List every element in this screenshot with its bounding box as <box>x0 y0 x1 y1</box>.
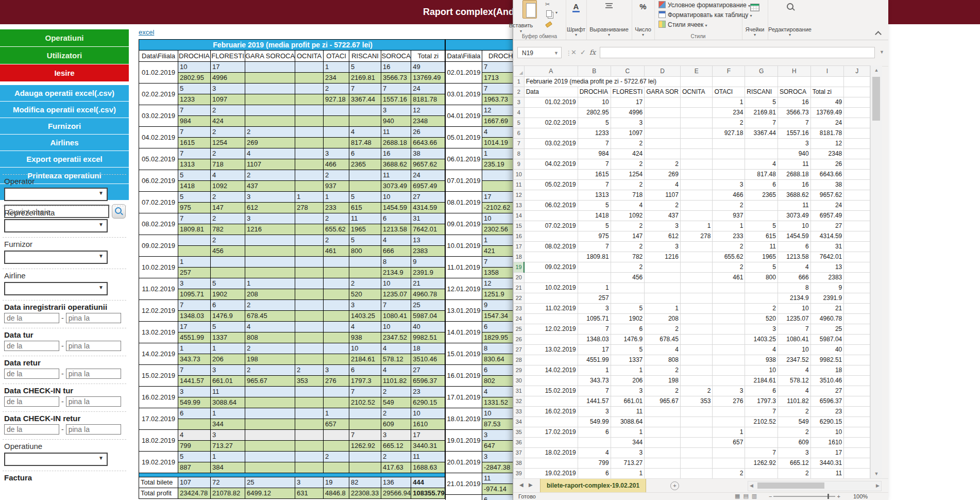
cell-F1[interactable] <box>713 77 745 87</box>
cell-D7[interactable] <box>645 139 681 149</box>
editing-dropdown-icon[interactable]: ▾ <box>768 33 812 37</box>
cell-J22[interactable] <box>844 293 870 304</box>
editing-search-icon[interactable] <box>787 3 793 10</box>
cell-G9[interactable]: 4 <box>745 159 778 170</box>
cell-F29[interactable] <box>713 365 745 376</box>
cell-B37[interactable]: 4 <box>578 448 611 458</box>
row-header-16[interactable]: 16 <box>514 231 525 242</box>
cell-E18[interactable] <box>680 252 712 262</box>
cell-B12[interactable]: 1313 <box>578 190 611 201</box>
cell-D4[interactable] <box>645 108 681 118</box>
cell-F20[interactable]: 461 <box>713 273 745 283</box>
cell-H2[interactable]: SOROCA <box>778 87 810 97</box>
cell-G12[interactable]: 2365 <box>745 190 778 201</box>
scroll-up-icon[interactable]: ▲ <box>871 65 882 75</box>
cell-D23[interactable]: 1 <box>645 304 681 314</box>
cell-E1[interactable] <box>680 77 712 87</box>
action-button-airlines[interactable]: Airlines <box>0 135 129 151</box>
cell-A21[interactable]: 10.02.2019 <box>524 283 578 293</box>
cell-A5[interactable]: 02.02.2019 <box>524 118 578 128</box>
cell-E34[interactable] <box>680 417 712 427</box>
column-header-A[interactable]: A <box>524 66 578 77</box>
cell-G28[interactable]: 938 <box>745 355 778 365</box>
cell-A14[interactable] <box>524 211 578 221</box>
cell-E29[interactable] <box>680 365 712 376</box>
cell-B35[interactable]: 6 <box>578 427 611 438</box>
cell-E28[interactable] <box>680 355 712 365</box>
cell-D19[interactable] <box>645 262 681 273</box>
date-to-input[interactable] <box>66 313 121 323</box>
name-box-dropdown-icon[interactable]: ▼ <box>554 47 559 59</box>
number-button[interactable]: Число <box>632 26 654 32</box>
row-header-14[interactable]: 14 <box>514 211 525 221</box>
cell-A27[interactable]: 13.02.2019 <box>524 345 578 355</box>
cell-F31[interactable]: 3 <box>713 386 745 396</box>
cell-H10[interactable]: 2688.18 <box>778 170 810 180</box>
cell-C3[interactable]: 17 <box>611 97 645 108</box>
confirm-entry-icon[interactable]: ✓ <box>580 47 586 58</box>
cell-D34[interactable] <box>645 417 681 427</box>
cell-C18[interactable]: 782 <box>611 252 645 262</box>
cell-B19[interactable] <box>578 262 611 273</box>
cell-F18[interactable]: 655.62 <box>713 252 745 262</box>
cell-G33[interactable]: 7 <box>745 407 778 417</box>
cell-J11[interactable] <box>844 180 870 190</box>
cell-A36[interactable] <box>524 438 578 448</box>
cell-C38[interactable]: 713.27 <box>611 458 645 469</box>
cell-B31[interactable]: 7 <box>578 386 611 396</box>
cell-G31[interactable]: 6 <box>745 386 778 396</box>
cell-D38[interactable] <box>645 458 681 469</box>
row-header-29[interactable]: 29 <box>514 365 525 376</box>
cell-H14[interactable]: 3073.49 <box>778 211 810 221</box>
format-painter-icon[interactable] <box>545 21 552 28</box>
cell-H6[interactable]: 1557.16 <box>778 128 810 139</box>
zoom-slider[interactable]: − + <box>769 493 840 499</box>
cell-C26[interactable]: 1476.9 <box>611 335 645 345</box>
cell-I36[interactable]: 1610 <box>810 438 844 448</box>
cell-C9[interactable]: 2 <box>611 159 645 170</box>
number-format-icon[interactable]: % <box>632 2 654 11</box>
cell-D15[interactable]: 3 <box>645 221 681 231</box>
cells-button[interactable]: Ячейки <box>742 26 768 32</box>
cell-J6[interactable] <box>844 128 870 139</box>
cell-B13[interactable]: 5 <box>578 201 611 211</box>
cell-J13[interactable] <box>844 201 870 211</box>
cell-E5[interactable] <box>680 118 712 128</box>
row-header-8[interactable]: 8 <box>514 149 525 159</box>
row-header-35[interactable]: 35 <box>514 427 525 438</box>
copy-icon[interactable] <box>546 10 552 17</box>
cell-J4[interactable] <box>844 108 870 118</box>
cell-I10[interactable]: 6643.66 <box>810 170 844 180</box>
cell-H30[interactable]: 578.12 <box>778 376 810 386</box>
cell-G27[interactable]: 4 <box>745 345 778 355</box>
cell-C32[interactable]: 661.01 <box>611 396 645 407</box>
cell-A29[interactable]: 14.02.2019 <box>524 365 578 376</box>
row-header-25[interactable]: 25 <box>514 324 525 335</box>
cell-F4[interactable]: 234 <box>713 108 745 118</box>
filter-select-furnizor[interactable]: ▼ <box>4 251 108 264</box>
cell-J1[interactable] <box>844 77 870 87</box>
paste-dropdown-icon[interactable]: ▾ <box>503 29 539 34</box>
cell-I3[interactable]: 49 <box>810 97 844 108</box>
cell-B18[interactable]: 1809.81 <box>578 252 611 262</box>
cell-G19[interactable]: 5 <box>745 262 778 273</box>
cell-D13[interactable]: 2 <box>645 201 681 211</box>
alignment-button[interactable]: Выравнивание <box>586 26 632 32</box>
cell-H25[interactable]: 7 <box>778 324 810 335</box>
cell-F9[interactable] <box>713 159 745 170</box>
cell-A34[interactable] <box>524 417 578 427</box>
cell-J28[interactable] <box>844 355 870 365</box>
cell-B11[interactable]: 7 <box>578 180 611 190</box>
cell-E4[interactable] <box>680 108 712 118</box>
cell-G35[interactable] <box>745 427 778 438</box>
cell-E13[interactable] <box>680 201 712 211</box>
cell-J23[interactable] <box>844 304 870 314</box>
cell-C5[interactable]: 3 <box>611 118 645 128</box>
cell-J16[interactable] <box>844 231 870 242</box>
cell-J17[interactable] <box>844 242 870 252</box>
cell-J33[interactable] <box>844 407 870 417</box>
copy-dropdown-icon[interactable]: ▾ <box>555 10 557 15</box>
cell-E7[interactable] <box>680 139 712 149</box>
cell-G13[interactable] <box>745 201 778 211</box>
cell-D35[interactable] <box>645 427 681 438</box>
